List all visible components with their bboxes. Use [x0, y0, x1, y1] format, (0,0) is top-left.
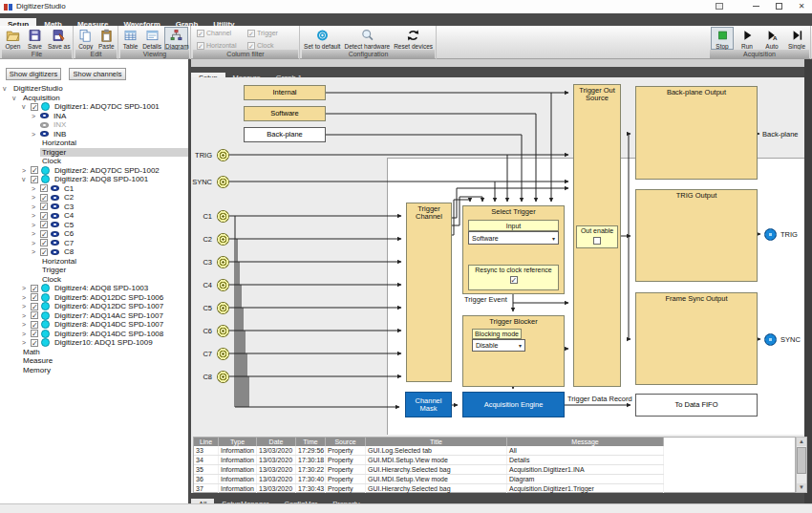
chevron-right-icon[interactable]: > — [22, 167, 31, 174]
detect-hardware-button[interactable]: Detect hardware — [343, 27, 391, 50]
save-button[interactable]: Save — [25, 27, 45, 50]
close-button[interactable]: ✕ — [793, 2, 810, 11]
tree-checkbox[interactable]: ✓ — [40, 239, 48, 246]
tree-item-c6[interactable]: >✓C6 — [0, 229, 188, 239]
chevron-down-icon[interactable]: v — [12, 95, 21, 101]
chevron-right-icon[interactable]: > — [22, 312, 31, 319]
chevron-down-icon[interactable]: v — [22, 103, 31, 110]
tree-item-inb[interactable]: >INB — [0, 130, 188, 139]
chevron-down-icon[interactable]: v — [22, 176, 31, 182]
titlebar-extra-icon[interactable] — [711, 2, 728, 11]
tree-item-digitizer1-adq7dc-spd-1001[interactable]: v✓Digitizer1: ADQ7DC SPD-1001 — [0, 102, 188, 112]
tree-checkbox[interactable]: ✓ — [40, 184, 48, 192]
tree-item-c8[interactable]: >✓C8 — [0, 247, 188, 257]
chevron-right-icon[interactable]: > — [22, 303, 31, 310]
filter-checkbox-horizontal[interactable]: ✓Horizontal — [197, 42, 237, 50]
tree-item-digitizer7-adq14ac-spd-1007[interactable]: >✓Digitizer7: ADQ14AC SPD-1007 — [0, 311, 188, 321]
single-button[interactable]: Single — [785, 27, 808, 50]
tree-item-digitizer2-adq7dc-spd-1002[interactable]: >✓Digitizer2: ADQ7DC SPD-1002 — [0, 166, 188, 176]
tree-checkbox[interactable]: ✓ — [31, 293, 38, 301]
tree-item-digitizer5-adq12dc-spd-1006[interactable]: >✓Digitizer5: ADQ12DC SPD-1006 — [0, 293, 188, 303]
details-button[interactable]: Details — [141, 27, 162, 50]
minimize-button[interactable] — [747, 2, 764, 11]
filter-checkbox-trigger[interactable]: ✓Trigger — [247, 30, 278, 37]
tree-item-digitizer8-adq14dc-spd-1007[interactable]: >✓Digitizer8: ADQ14DC SPD-1007 — [0, 320, 188, 330]
tree-item-c4[interactable]: >✓C4 — [0, 211, 188, 221]
tree-checkbox[interactable]: ✓ — [31, 166, 38, 174]
show-digitizers-button[interactable]: Show digitizers — [6, 68, 61, 80]
tree-item-digitizer3-adq8-spd-1001[interactable]: v✓Digitizer3: ADQ8 SPD-1001 — [0, 175, 188, 184]
tree-item-ina[interactable]: >INA — [0, 112, 188, 121]
tree-checkbox[interactable]: ✓ — [40, 203, 48, 210]
run-button[interactable]: Run — [736, 27, 759, 50]
tree-item-clock[interactable]: Clock — [0, 157, 188, 166]
tree-checkbox[interactable]: ✓ — [40, 248, 48, 256]
tree-item-digitizerstudio[interactable]: vDigitizerStudio — [0, 84, 188, 94]
tree-checkbox[interactable]: ✓ — [40, 221, 48, 228]
scrollbar-thumb[interactable] — [797, 447, 806, 474]
chevron-right-icon[interactable]: > — [32, 131, 40, 138]
tree-item-c1[interactable]: >✓C1 — [0, 184, 188, 194]
chevron-right-icon[interactable]: > — [22, 321, 31, 328]
chevron-right-icon[interactable]: > — [22, 294, 31, 301]
tree-item-c3[interactable]: >✓C3 — [0, 203, 188, 212]
tree-item-digitizer6-adq12dc-spd-1007[interactable]: >✓Digitizer6: ADQ12DC SPD-1007 — [0, 302, 188, 311]
tree-checkbox[interactable]: ✓ — [31, 311, 38, 319]
log-row[interactable]: 35Information13/03/202017:30:22PropertyG… — [194, 465, 664, 475]
save-as-button[interactable]: Save as — [47, 27, 71, 50]
auto-button[interactable]: AAuto — [760, 27, 783, 50]
chevron-right-icon[interactable]: > — [32, 212, 40, 219]
tree-item-trigger[interactable]: Trigger — [0, 148, 188, 158]
copy-button[interactable]: Copy — [76, 27, 96, 50]
tree-item-horizontal[interactable]: Horizontal — [0, 257, 188, 267]
tree-checkbox[interactable]: ✓ — [40, 212, 48, 220]
tree-checkbox[interactable]: ✓ — [31, 303, 38, 310]
show-channels-button[interactable]: Show channels — [69, 68, 126, 80]
chevron-down-icon[interactable]: v — [3, 85, 11, 92]
tree-checkbox[interactable]: ✓ — [31, 285, 38, 292]
tree-item-c5[interactable]: >✓C5 — [0, 221, 188, 230]
set-to-default-button[interactable]: Set to default — [303, 27, 341, 50]
paste-button[interactable]: Paste — [97, 27, 117, 50]
tree-checkbox[interactable]: ✓ — [31, 176, 38, 183]
stop-button[interactable]: Stop — [711, 27, 734, 50]
chevron-right-icon[interactable]: > — [32, 240, 40, 246]
tree-item-acquisition[interactable]: vAcquisition — [0, 94, 188, 103]
tree-item-c7[interactable]: >✓C7 — [0, 239, 188, 248]
tree-item-memory[interactable]: Memory — [0, 366, 188, 375]
tree-item-inx[interactable]: INX — [0, 120, 188, 130]
tree-checkbox[interactable]: ✓ — [31, 330, 38, 337]
tree-item-digitizer4-adq8-spd-1003[interactable]: >✓Digitizer4: ADQ8 SPD-1003 — [0, 284, 188, 293]
tree-checkbox[interactable]: ✓ — [40, 194, 48, 202]
chevron-right-icon[interactable]: > — [32, 194, 40, 201]
reset-devices-button[interactable]: Reset devices — [393, 27, 434, 50]
log-row[interactable]: 36Information13/03/202017:30:40PropertyG… — [194, 475, 664, 484]
chevron-right-icon[interactable]: > — [32, 230, 40, 237]
tree-item-clock[interactable]: Clock — [0, 275, 188, 285]
chevron-right-icon[interactable]: > — [22, 339, 31, 346]
filter-checkbox-clock[interactable]: ✓Clock — [247, 42, 274, 50]
table-button[interactable]: Table — [121, 27, 139, 50]
diagram-button[interactable]: Diagram — [164, 27, 188, 50]
tree-item-trigger[interactable]: Trigger — [0, 266, 188, 275]
tree-checkbox[interactable]: ✓ — [31, 339, 38, 347]
tree-checkbox[interactable]: ✓ — [31, 103, 38, 111]
tree-item-horizontal[interactable]: Horizontal — [0, 139, 188, 148]
tree-item-measure[interactable]: Measure — [0, 356, 188, 366]
chevron-right-icon[interactable]: > — [32, 113, 40, 119]
open-button[interactable]: Open — [3, 27, 23, 50]
filter-checkbox-channel[interactable]: ✓Channel — [197, 30, 231, 37]
chevron-right-icon[interactable]: > — [32, 222, 40, 228]
tree-item-digitizer9-adq14dc-spd-1008[interactable]: >✓Digitizer9: ADQ14DC SPD-1008 — [0, 330, 188, 339]
tree-item-math[interactable]: Math — [0, 348, 188, 357]
chevron-right-icon[interactable]: > — [32, 203, 40, 210]
log-row[interactable]: 34Information13/03/202017:30:18PropertyG… — [194, 456, 664, 465]
tree-item-digitizer10-adq1-spd-1009[interactable]: >✓Digitizer10: ADQ1 SPD-1009 — [0, 338, 188, 348]
log-row[interactable]: 33Information13/03/202017:29:56PropertyG… — [194, 446, 664, 456]
chevron-right-icon[interactable]: > — [32, 248, 40, 255]
log-scrollbar[interactable]: ▲ ▼ — [796, 437, 807, 493]
maximize-button[interactable] — [770, 2, 787, 11]
chevron-right-icon[interactable]: > — [32, 185, 40, 192]
scroll-up-icon[interactable]: ▲ — [797, 438, 806, 446]
scroll-down-icon[interactable]: ▼ — [797, 483, 806, 492]
